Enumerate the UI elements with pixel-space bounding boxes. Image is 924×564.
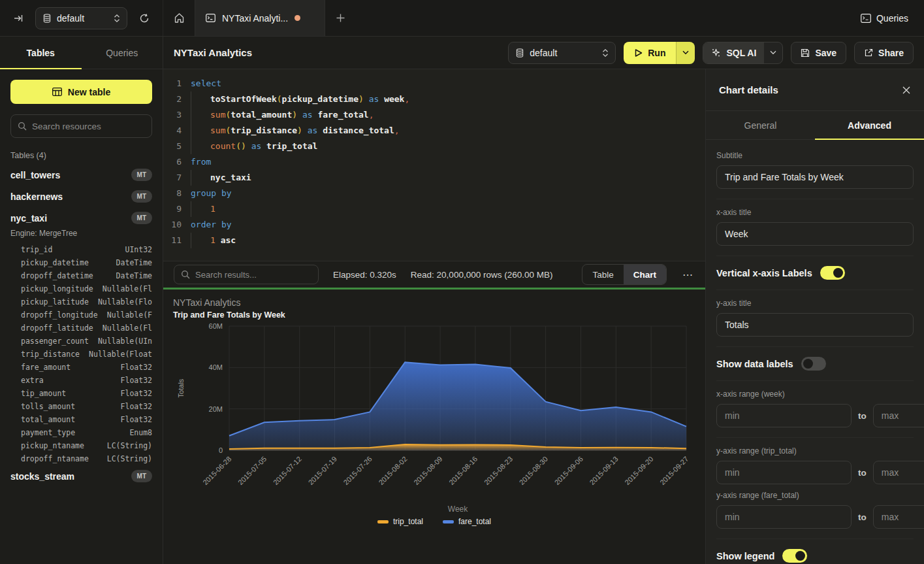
- database-selector[interactable]: default: [35, 7, 127, 29]
- code-line[interactable]: 3sum(total_amount) as fare_total,: [163, 107, 705, 123]
- search-icon: [18, 122, 27, 131]
- code-line[interactable]: 4sum(trip_distance) as distance_total,: [163, 123, 705, 139]
- column-row[interactable]: extraFloat32: [0, 374, 163, 387]
- svg-text:2015-08-09: 2015-08-09: [412, 455, 443, 486]
- code-line[interactable]: 6from: [163, 154, 705, 170]
- sql-ai-caret[interactable]: [764, 42, 782, 63]
- sidebar-tab-tables[interactable]: Tables: [0, 37, 82, 69]
- sidebar-search-input[interactable]: [32, 122, 145, 131]
- queries-button[interactable]: Queries: [845, 0, 924, 36]
- column-type: Float32: [121, 376, 152, 385]
- yaxis-title-label: y-axis title: [716, 299, 914, 308]
- table-item-hackernews[interactable]: hackernewsMT: [0, 186, 163, 207]
- results-chart-svg[interactable]: 020M40M60M2015-06-282015-07-052015-07-12…: [173, 320, 695, 516]
- toolbar-database-selector[interactable]: default: [508, 42, 616, 64]
- close-icon[interactable]: [902, 86, 911, 95]
- column-name: extra: [21, 376, 44, 385]
- run-button[interactable]: Run: [624, 42, 695, 64]
- svg-text:2015-09-06: 2015-09-06: [553, 455, 584, 486]
- code-line[interactable]: 111 asc: [163, 233, 705, 248]
- column-row[interactable]: tip_amountFloat32: [0, 387, 163, 400]
- column-row[interactable]: trip_distanceNullable(Float: [0, 348, 163, 361]
- xaxis-range-max-input[interactable]: [873, 404, 924, 427]
- vertical-labels-toggle[interactable]: [820, 266, 845, 280]
- yaxis-title-input[interactable]: [716, 313, 914, 337]
- code-line[interactable]: 7nyc_taxi: [163, 170, 705, 186]
- column-row[interactable]: trip_idUInt32: [0, 243, 163, 256]
- code-line[interactable]: 10order by: [163, 217, 705, 233]
- home-button[interactable]: [163, 0, 195, 36]
- column-type: Float32: [121, 415, 152, 424]
- xaxis-range-min-input[interactable]: [716, 404, 852, 427]
- sidebar-tab-queries[interactable]: Queries: [82, 37, 163, 69]
- share-button[interactable]: Share: [854, 42, 914, 64]
- code-line[interactable]: 5count() as trip_total: [163, 139, 705, 154]
- table-item-cell_towers[interactable]: cell_towersMT: [0, 164, 163, 186]
- data-labels-label: Show data labels: [716, 359, 793, 369]
- line-number: 1: [163, 76, 191, 91]
- panel-tab-general[interactable]: General: [706, 111, 815, 139]
- column-row[interactable]: dropoff_ntanameLC(String): [0, 452, 163, 465]
- code-line[interactable]: 8group by: [163, 186, 705, 201]
- panel-tabs: General Advanced: [706, 111, 924, 140]
- column-row[interactable]: pickup_longitudeNullable(Fl: [0, 282, 163, 295]
- view-toggle-table[interactable]: Table: [582, 265, 623, 284]
- column-row[interactable]: payment_typeEnum8: [0, 426, 163, 439]
- column-row[interactable]: pickup_latitudeNullable(Flo: [0, 295, 163, 308]
- collapse-sidebar-icon[interactable]: [8, 8, 29, 29]
- refresh-icon[interactable]: [134, 8, 155, 29]
- legend-item-fare_total[interactable]: fare_total: [443, 517, 491, 526]
- more-options-icon[interactable]: ⋯: [681, 269, 695, 281]
- table-item-stocks_stream[interactable]: stocks_streamMT: [0, 465, 163, 487]
- terminal-icon: [206, 14, 215, 22]
- column-name: pickup_ntaname: [21, 441, 84, 450]
- column-name: payment_type: [21, 428, 75, 437]
- view-toggle-chart[interactable]: Chart: [624, 265, 666, 284]
- results-search[interactable]: [174, 265, 319, 284]
- yaxis-range-fare-max-input[interactable]: [873, 505, 924, 529]
- code-line[interactable]: 2toStartOfWeek(pickup_datetime) as week,: [163, 91, 705, 107]
- panel-tab-advanced[interactable]: Advanced: [815, 111, 924, 139]
- results-search-input[interactable]: [195, 270, 311, 280]
- table-name: cell_towers: [10, 170, 60, 180]
- svg-text:2015-08-23: 2015-08-23: [483, 455, 514, 486]
- sql-editor[interactable]: 1select2toStartOfWeek(pickup_datetime) a…: [163, 69, 705, 261]
- sidebar-search[interactable]: [10, 114, 152, 138]
- line-number: 8: [163, 186, 191, 201]
- chart-title: NYTaxi Analytics: [173, 297, 695, 308]
- column-row[interactable]: pickup_datetimeDateTime: [0, 256, 163, 269]
- code-line[interactable]: 91: [163, 201, 705, 217]
- share-label: Share: [878, 48, 904, 58]
- code-line[interactable]: 1select: [163, 76, 705, 91]
- column-type: Float32: [121, 402, 152, 411]
- new-table-button[interactable]: New table: [10, 80, 152, 104]
- column-name: dropoff_datetime: [21, 271, 93, 280]
- sql-ai-label: SQL AI: [726, 48, 756, 58]
- data-labels-toggle[interactable]: [801, 357, 826, 371]
- column-row[interactable]: dropoff_longitudeNullable(F: [0, 308, 163, 322]
- new-tab-button[interactable]: [325, 0, 355, 36]
- editor-tab[interactable]: NYTaxi Analyti...: [195, 0, 325, 36]
- column-row[interactable]: dropoff_latitudeNullable(Fl: [0, 322, 163, 335]
- sql-ai-button[interactable]: SQL AI: [703, 42, 783, 64]
- save-button[interactable]: Save: [791, 42, 846, 64]
- column-row[interactable]: passenger_countNullable(UIn: [0, 335, 163, 348]
- column-row[interactable]: pickup_ntanameLC(String): [0, 439, 163, 452]
- column-row[interactable]: total_amountFloat32: [0, 413, 163, 426]
- column-row[interactable]: tolls_amountFloat32: [0, 400, 163, 413]
- show-legend-toggle[interactable]: [782, 549, 807, 563]
- column-row[interactable]: fare_amountFloat32: [0, 361, 163, 374]
- column-row[interactable]: dropoff_datetimeDateTime: [0, 269, 163, 282]
- sparkles-icon: [711, 48, 721, 58]
- subtitle-input[interactable]: [716, 165, 914, 189]
- svg-text:2015-08-16: 2015-08-16: [447, 455, 479, 486]
- yaxis-range-trip-min-input[interactable]: [716, 461, 852, 484]
- yaxis-range-trip-max-input[interactable]: [873, 461, 924, 484]
- elapsed-stat: Elapsed: 0.320s: [333, 270, 396, 280]
- yaxis-range-fare-min-input[interactable]: [716, 505, 852, 529]
- legend-item-trip_total[interactable]: trip_total: [377, 517, 423, 526]
- play-icon: [634, 48, 643, 58]
- xaxis-title-input[interactable]: [716, 222, 914, 246]
- table-item-nyc_taxi[interactable]: nyc_taxiMT: [0, 207, 163, 229]
- run-options-caret[interactable]: [676, 42, 695, 64]
